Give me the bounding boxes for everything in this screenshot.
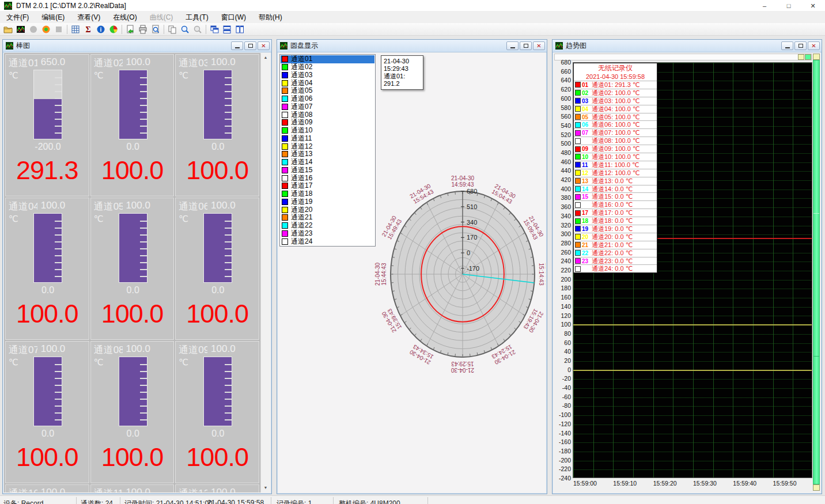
child-minimize-button[interactable]: [781, 41, 793, 50]
y-axis-tick-label: 380: [554, 194, 571, 201]
legend-channel-number: 08: [582, 138, 592, 144]
gauge-unit: ℃: [94, 70, 104, 81]
legend-channel-value: 通道19: 0.0 ℃: [592, 225, 633, 233]
y-axis-tick-label: 0: [554, 366, 571, 373]
stop-button[interactable]: [52, 24, 65, 35]
realtime-display-button[interactable]: [14, 24, 27, 35]
menu-item-3[interactable]: 在线(O): [107, 12, 143, 23]
hscroll-button[interactable]: [798, 54, 804, 60]
cascade-windows-button[interactable]: [208, 24, 221, 35]
gauge-bar-track: [203, 357, 232, 426]
legend-color-swatch: [575, 138, 581, 144]
legend-channel-value: 通道20: 0.0 ℃: [592, 233, 633, 241]
legend-row-17: 17通道17: 0.0 ℃: [574, 209, 657, 217]
zoom-out-button[interactable]: [191, 24, 204, 35]
bar-graph-title-bar[interactable]: 棒图 ✕: [3, 40, 271, 52]
child-minimize-button[interactable]: [506, 41, 519, 50]
close-button[interactable]: ✕: [801, 0, 825, 11]
channel-list-item-24[interactable]: 通道24: [281, 237, 374, 245]
scroll-up-icon[interactable]: ▲: [261, 53, 270, 62]
menu-item-1[interactable]: 编辑(E): [35, 12, 71, 23]
child-restore-button[interactable]: [520, 41, 532, 50]
value-axis-scrollbar[interactable]: [813, 54, 820, 491]
y-axis-tick-label: 420: [554, 176, 571, 183]
y-axis-tick-label: 120: [554, 312, 571, 319]
gauge-channel-name: 通道07: [9, 343, 37, 355]
minimize-button[interactable]: –: [752, 0, 777, 11]
print-preview-button[interactable]: [149, 24, 162, 35]
gauge-channel-name: 通道10: [9, 487, 37, 492]
y-axis-tick-label: 440: [554, 167, 571, 174]
child-close-button[interactable]: ✕: [258, 41, 270, 50]
pause-button[interactable]: [27, 24, 40, 35]
copy-button[interactable]: [166, 24, 179, 35]
data-table-button[interactable]: [69, 24, 82, 35]
vscroll-up-button[interactable]: [813, 54, 820, 60]
child-restore-button[interactable]: [244, 41, 256, 50]
maximize-button[interactable]: □: [777, 0, 801, 11]
child-restore-button[interactable]: [794, 41, 807, 50]
gauge-tick-marks: [140, 215, 147, 281]
channel-color-swatch: [282, 96, 288, 102]
menu-item-2[interactable]: 查看(V): [71, 12, 107, 23]
hscroll-thumb[interactable]: [805, 54, 811, 60]
vscroll-down-button[interactable]: [813, 484, 820, 491]
y-axis-tick-label: 360: [554, 203, 571, 210]
y-axis-tick-label: 640: [554, 77, 571, 84]
legend-row-21: 21通道21: 0.0 ℃: [574, 241, 657, 249]
menu-item-6[interactable]: 窗口(W): [215, 12, 252, 23]
export-button[interactable]: [124, 24, 137, 35]
zoom-in-button[interactable]: [179, 24, 191, 35]
legend-channel-value: 通道24: 0.0 ℃: [592, 264, 633, 273]
menu-item-5[interactable]: 工具(T): [179, 12, 214, 23]
gauge-min-value: 0.0: [22, 285, 74, 295]
child-minimize-button[interactable]: [231, 41, 243, 50]
scroll-down-icon[interactable]: ▼: [261, 483, 270, 492]
vscroll-thumb[interactable]: [813, 213, 819, 357]
dial-display-title-bar[interactable]: 圆盘显示 ✕: [277, 40, 547, 52]
y-axis-tick-label: -60: [554, 393, 571, 400]
tile-horizontal-button[interactable]: [221, 24, 233, 35]
pie-chart-button[interactable]: [107, 24, 120, 35]
gauge-max-value: 100.0: [120, 487, 157, 492]
svg-text:21-04-3015:14:43: 21-04-3015:14:43: [538, 263, 546, 286]
channel-color-swatch: [282, 151, 288, 157]
time-axis-scrollbar[interactable]: [554, 54, 812, 60]
dial-display-window: 圆盘显示 ✕ 6805103401700-17021-04-3014:59:43…: [277, 39, 547, 494]
gauge-cell-通道07: 通道07100.0℃0.0100.0: [5, 341, 89, 483]
legend-color-swatch: [575, 178, 581, 184]
statistics-button[interactable]: Σ: [82, 24, 94, 35]
y-axis-tick-label: 320: [554, 222, 571, 229]
window-icon: [280, 42, 287, 50]
vscroll-track[interactable]: [813, 60, 820, 484]
gauge-max-value: 100.0: [35, 200, 71, 211]
y-axis-tick-label: 140: [554, 303, 571, 310]
legend-color-swatch: [575, 242, 581, 248]
menu-item-0[interactable]: 文件(F): [0, 12, 35, 23]
tile-vertical-button[interactable]: [233, 24, 246, 35]
toolbar: Σ i: [0, 23, 825, 36]
y-axis-tick-label: 680: [554, 59, 571, 66]
gauge-tick-marks: [55, 215, 62, 281]
gauge-channel-name: 通道06: [179, 200, 207, 212]
legend-color-swatch: [575, 122, 581, 128]
legend-row-18: 18通道18: 0.0 ℃: [574, 217, 657, 225]
y-axis-tick-label: 80: [554, 330, 571, 337]
legend-color-swatch: [575, 162, 581, 168]
info-button[interactable]: i: [94, 24, 107, 35]
gauge-min-value: -200.0: [22, 142, 74, 152]
trend-chart-title-bar[interactable]: 趋势图 ✕: [552, 40, 822, 52]
vertical-scrollbar[interactable]: ▲ ▼: [260, 53, 270, 492]
print-button[interactable]: [137, 24, 149, 35]
legend-channel-number: 14: [582, 186, 592, 192]
gauge-tick-marks: [55, 358, 62, 425]
child-close-button[interactable]: ✕: [808, 41, 820, 50]
child-close-button[interactable]: ✕: [533, 41, 545, 50]
record-button[interactable]: [40, 24, 52, 35]
legend-row-22: 22通道22: 0.0 ℃: [574, 249, 657, 257]
gauge-current-value: 100.0: [176, 442, 259, 472]
open-file-button[interactable]: [2, 24, 14, 35]
menu-item-7[interactable]: 帮助(H): [252, 12, 289, 23]
gauge-bar-track: [33, 357, 62, 426]
y-axis-tick-label: -220: [554, 465, 571, 472]
